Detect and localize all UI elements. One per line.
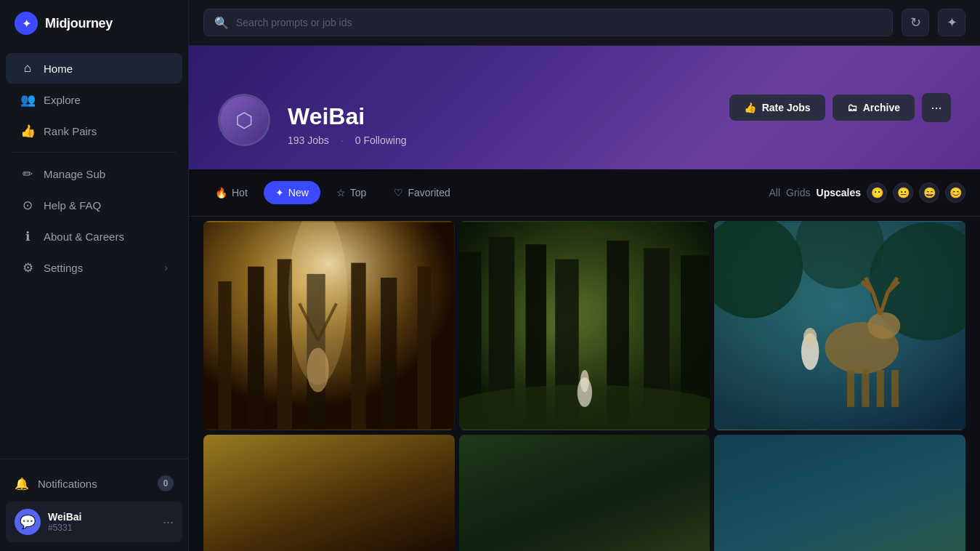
settings-icon: ⚙	[20, 260, 35, 275]
search-bar[interactable]: 🔍	[203, 9, 893, 36]
more-icon: ···	[931, 100, 941, 116]
fire-icon: 🔥	[215, 187, 227, 198]
sidebar-item-home-label: Home	[44, 63, 73, 75]
about-careers-icon: ℹ	[20, 229, 35, 244]
user-row[interactable]: 💬 WeiBai #5331 ···	[6, 502, 182, 542]
emoji-filter-2[interactable]: 😐	[893, 182, 913, 203]
sidebar-item-rank-pairs[interactable]: 👍 Rank Pairs	[6, 116, 182, 146]
following-count: 0 Following	[355, 134, 407, 146]
new-icon: ✦	[275, 187, 284, 198]
emoji-filter-1[interactable]: 😶	[867, 182, 887, 203]
jobs-count: 193 Jobs	[288, 134, 329, 146]
sidebar-item-help-faq-label: Help & FAQ	[44, 199, 101, 212]
sidebar: ✦ Midjourney ⌂ Home 👥 Explore 👍 Rank Pai…	[0, 0, 189, 551]
archive-icon: 🗂	[847, 102, 857, 113]
profile-stats: 193 Jobs · 0 Following	[288, 134, 712, 146]
explore-icon: 👥	[20, 92, 35, 107]
emoji-filter-3[interactable]: 😄	[919, 182, 939, 203]
view-filter-grids[interactable]: Grids	[786, 187, 810, 198]
user-hash: #5331	[48, 523, 155, 533]
sidebar-item-explore-label: Explore	[44, 94, 81, 106]
sidebar-bottom: 🔔 Notifications 0 💬 WeiBai #5331 ···	[0, 459, 188, 551]
image-card[interactable]	[714, 221, 965, 430]
user-more-button[interactable]: ···	[163, 515, 174, 530]
search-icon: 🔍	[214, 16, 229, 30]
user-name: WeiBai	[48, 511, 155, 523]
rank-pairs-icon: 👍	[20, 124, 35, 138]
sidebar-header: ✦ Midjourney	[0, 0, 188, 47]
profile-name: WeiBai	[288, 103, 712, 130]
refresh-icon: ↻	[910, 15, 921, 31]
sidebar-nav: ⌂ Home 👥 Explore 👍 Rank Pairs ✏ Manage S…	[0, 47, 188, 459]
archive-button[interactable]: 🗂 Archive	[833, 94, 915, 121]
view-filter-controls: All Grids Upscales 😶 😐 😄 😊	[769, 182, 966, 203]
user-info: WeiBai #5331	[48, 511, 155, 533]
filter-row: 🔥 Hot ✦ New ☆ Top ♡ Favorited All Grids …	[189, 169, 980, 217]
sidebar-item-manage-sub-label: Manage Sub	[44, 168, 105, 180]
manage-sub-icon: ✏	[20, 166, 35, 181]
sidebar-item-settings[interactable]: ⚙ Settings ›	[6, 252, 182, 283]
search-input[interactable]	[236, 9, 882, 36]
filter-tab-top[interactable]: ☆ Top	[325, 181, 378, 204]
image-card[interactable]	[459, 221, 710, 430]
bell-icon: 🔔	[15, 477, 29, 491]
profile-info: WeiBai 193 Jobs · 0 Following	[288, 103, 712, 146]
settings-chevron-icon: ›	[164, 262, 168, 273]
nav-divider	[12, 152, 177, 153]
topbar: 🔍 ↻ ✦	[189, 0, 980, 46]
more-options-button[interactable]: ···	[922, 93, 951, 122]
app-logo-icon: ✦	[15, 12, 38, 35]
content-area: ⬡ WeiBai 193 Jobs · 0 Following 👍 Rate J…	[189, 46, 980, 551]
sidebar-item-home[interactable]: ⌂ Home	[6, 53, 182, 84]
profile-actions: 👍 Rate Jobs 🗂 Archive ···	[729, 93, 951, 122]
star-icon: ☆	[336, 187, 346, 198]
profile-banner: ⬡ WeiBai 193 Jobs · 0 Following 👍 Rate J…	[189, 46, 980, 169]
image-card[interactable]	[203, 435, 455, 551]
profile-avatar-inner: ⬡	[220, 96, 268, 144]
notifications-badge: 0	[158, 475, 174, 491]
notifications-row[interactable]: 🔔 Notifications 0	[6, 468, 182, 499]
sidebar-item-about-careers[interactable]: ℹ About & Careers	[6, 221, 182, 252]
sidebar-item-help-faq[interactable]: ⊙ Help & FAQ	[6, 190, 182, 220]
image-card[interactable]	[203, 221, 455, 430]
view-filter-all[interactable]: All	[769, 187, 781, 198]
sparkle-icon: ✦	[947, 15, 957, 31]
view-filter-upscales[interactable]: Upscales	[817, 187, 861, 198]
filter-tab-hot[interactable]: 🔥 Hot	[203, 181, 259, 204]
home-icon: ⌂	[20, 61, 35, 76]
discord-icon: 💬	[20, 514, 36, 530]
main-content: 🔍 ↻ ✦ ⬡ WeiBai 193 Jobs · 0 Following	[189, 0, 980, 551]
sidebar-item-rank-pairs-label: Rank Pairs	[44, 125, 97, 137]
user-avatar: 💬	[15, 509, 41, 535]
image-grid	[189, 217, 980, 551]
filter-tab-new[interactable]: ✦ New	[264, 181, 320, 204]
emoji-filter-4[interactable]: 😊	[945, 182, 965, 203]
profile-avatar: ⬡	[218, 94, 270, 146]
help-faq-icon: ⊙	[20, 198, 35, 212]
image-card[interactable]	[714, 435, 965, 551]
refresh-button[interactable]: ↻	[902, 9, 929, 36]
sidebar-item-about-careers-label: About & Careers	[44, 230, 124, 243]
filter-tab-favorited[interactable]: ♡ Favorited	[382, 181, 461, 204]
sidebar-item-explore[interactable]: 👥 Explore	[6, 84, 182, 115]
heart-icon: ♡	[394, 187, 403, 198]
notifications-label: Notifications	[38, 478, 97, 490]
sparkle-button[interactable]: ✦	[938, 9, 965, 36]
rate-jobs-button[interactable]: 👍 Rate Jobs	[729, 94, 825, 121]
thumbs-up-icon: 👍	[744, 102, 756, 113]
app-logo-text: Midjourney	[45, 16, 113, 31]
sidebar-item-manage-sub[interactable]: ✏ Manage Sub	[6, 158, 182, 189]
image-card[interactable]	[459, 435, 710, 551]
sidebar-item-settings-label: Settings	[44, 262, 83, 274]
